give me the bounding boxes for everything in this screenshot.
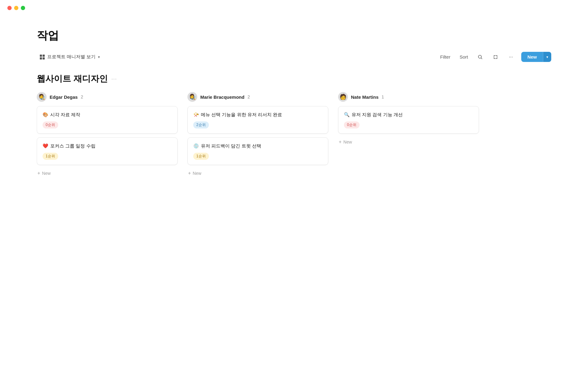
card-emoji-nate-0: 🔍 bbox=[344, 112, 350, 117]
column-count-edgar: 2 bbox=[81, 94, 83, 99]
section-more-button[interactable]: ··· bbox=[111, 76, 117, 82]
card-emoji-marie-0: 📯 bbox=[193, 112, 199, 117]
card-title-marie-0: 📯메뉴 선택 기능을 위한 유저 리서치 완료 bbox=[193, 111, 322, 118]
more-dots-icon: ··· bbox=[509, 54, 513, 60]
column-name-edgar: Edgar Degas bbox=[50, 94, 78, 100]
avatar-edgar: 🧑‍🎨 bbox=[37, 92, 47, 102]
card-nate-0[interactable]: 🔍유저 지원 검색 기능 개선0순위 bbox=[338, 106, 479, 134]
card-marie-0[interactable]: 📯메뉴 선택 기능을 위한 유저 리서치 완료2순위 bbox=[187, 106, 328, 134]
maximize-button[interactable] bbox=[21, 6, 25, 10]
card-badge-marie-1: 1순위 bbox=[193, 153, 209, 160]
card-emoji-marie-1: 💿 bbox=[193, 143, 199, 148]
expand-button[interactable] bbox=[491, 52, 500, 62]
add-new-nate[interactable]: +New bbox=[338, 137, 479, 147]
add-new-edgar[interactable]: +New bbox=[37, 169, 178, 178]
main-content: 작업 프로젝트 매니저별 보기 ▾ Filter Sort bbox=[0, 16, 588, 190]
card-title-edgar-1: ❤️포커스 그룹 일정 수립 bbox=[43, 143, 172, 149]
add-new-marie[interactable]: +New bbox=[187, 169, 328, 178]
toolbar-left: 프로젝트 매니저별 보기 ▾ bbox=[37, 52, 103, 62]
card-emoji-edgar-0: 🎨 bbox=[43, 112, 48, 117]
card-title-nate-0: 🔍유저 지원 검색 기능 개선 bbox=[344, 111, 473, 118]
titlebar bbox=[0, 0, 588, 16]
column-count-marie: 2 bbox=[247, 94, 250, 99]
add-new-label-edgar: New bbox=[42, 171, 51, 176]
card-title-edgar-0: 🎨시각 자료 제작 bbox=[43, 111, 172, 118]
new-button-group: New ▾ bbox=[521, 52, 551, 62]
svg-line-1 bbox=[481, 58, 482, 59]
add-new-plus-icon-marie: + bbox=[188, 171, 191, 176]
add-new-label-nate: New bbox=[343, 140, 352, 144]
card-badge-edgar-1: 1순위 bbox=[43, 153, 58, 160]
card-edgar-1[interactable]: ❤️포커스 그룹 일정 수립1순위 bbox=[37, 137, 178, 165]
view-selector-button[interactable]: 프로젝트 매니저별 보기 ▾ bbox=[37, 52, 103, 62]
section-title: 웹사이트 재디자인 bbox=[37, 73, 108, 85]
avatar-nate: 🧑 bbox=[338, 92, 348, 102]
add-new-plus-icon-nate: + bbox=[339, 139, 341, 145]
page-title: 작업 bbox=[37, 28, 551, 43]
filter-button[interactable]: Filter bbox=[438, 53, 452, 61]
column-header-edgar: 🧑‍🎨Edgar Degas2 bbox=[37, 92, 178, 102]
column-name-marie: Marie Bracquemond bbox=[200, 94, 244, 100]
board: 🧑‍🎨Edgar Degas2🎨시각 자료 제작0순위❤️포커스 그룹 일정 수… bbox=[37, 92, 551, 178]
new-button[interactable]: New bbox=[521, 52, 543, 62]
section-header: 웹사이트 재디자인 ··· bbox=[37, 73, 551, 85]
more-options-button[interactable]: ··· bbox=[506, 52, 516, 62]
new-button-dropdown[interactable]: ▾ bbox=[543, 52, 551, 62]
card-edgar-0[interactable]: 🎨시각 자료 제작0순위 bbox=[37, 106, 178, 134]
column-nate: 🧑Nate Martins1🔍유저 지원 검색 기능 개선0순위+New bbox=[338, 92, 479, 178]
sort-button[interactable]: Sort bbox=[458, 53, 470, 61]
toolbar: 프로젝트 매니저별 보기 ▾ Filter Sort ··· bbox=[37, 52, 551, 62]
column-count-nate: 1 bbox=[382, 94, 384, 99]
column-header-nate: 🧑Nate Martins1 bbox=[338, 92, 479, 102]
card-badge-edgar-0: 0순위 bbox=[43, 121, 58, 128]
minimize-button[interactable] bbox=[14, 6, 18, 10]
card-marie-1[interactable]: 💿유저 피드백이 담긴 트윗 선택1순위 bbox=[187, 137, 328, 165]
search-button[interactable] bbox=[475, 52, 485, 62]
card-badge-nate-0: 0순위 bbox=[344, 121, 360, 128]
chevron-down-icon: ▾ bbox=[98, 55, 100, 59]
view-label: 프로젝트 매니저별 보기 bbox=[47, 54, 96, 60]
card-emoji-edgar-1: ❤️ bbox=[43, 143, 48, 148]
column-marie: 👩‍🎨Marie Bracquemond2📯메뉴 선택 기능을 위한 유저 리서… bbox=[187, 92, 328, 178]
card-title-marie-1: 💿유저 피드백이 담긴 트윗 선택 bbox=[193, 143, 322, 149]
card-badge-marie-0: 2순위 bbox=[193, 121, 209, 128]
add-new-label-marie: New bbox=[193, 171, 201, 176]
avatar-marie: 👩‍🎨 bbox=[187, 92, 197, 102]
column-edgar: 🧑‍🎨Edgar Degas2🎨시각 자료 제작0순위❤️포커스 그룹 일정 수… bbox=[37, 92, 178, 178]
close-button[interactable] bbox=[7, 6, 12, 10]
add-new-plus-icon-edgar: + bbox=[37, 171, 40, 176]
column-name-nate: Nate Martins bbox=[351, 94, 379, 100]
column-header-marie: 👩‍🎨Marie Bracquemond2 bbox=[187, 92, 328, 102]
board-view-icon bbox=[40, 55, 45, 59]
toolbar-right: Filter Sort ··· New ▾ bbox=[438, 52, 551, 62]
